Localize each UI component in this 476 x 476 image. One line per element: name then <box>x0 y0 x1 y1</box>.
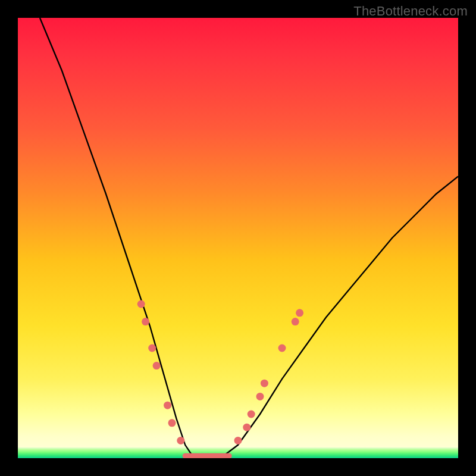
curve-marker <box>256 393 264 400</box>
bottleneck-curve <box>40 18 458 458</box>
curve-marker <box>137 300 145 308</box>
curve-marker <box>292 318 299 325</box>
curve-marker <box>164 402 171 409</box>
curve-marker <box>168 419 176 427</box>
curve-marker <box>148 345 156 352</box>
curve-marker <box>296 309 303 317</box>
curve-marker <box>243 424 250 431</box>
curve-marker <box>278 345 286 352</box>
curve-marker <box>177 437 184 444</box>
chart-canvas: TheBottleneck.com <box>0 0 476 476</box>
curve-marker <box>234 437 242 444</box>
curve-marker <box>261 380 268 387</box>
curve-overlay <box>18 18 458 458</box>
curve-markers <box>137 300 303 444</box>
curve-marker <box>248 411 255 418</box>
watermark-text: TheBottleneck.com <box>353 4 468 19</box>
plot-area <box>18 18 458 458</box>
curve-marker <box>142 318 149 325</box>
curve-marker <box>153 362 161 369</box>
